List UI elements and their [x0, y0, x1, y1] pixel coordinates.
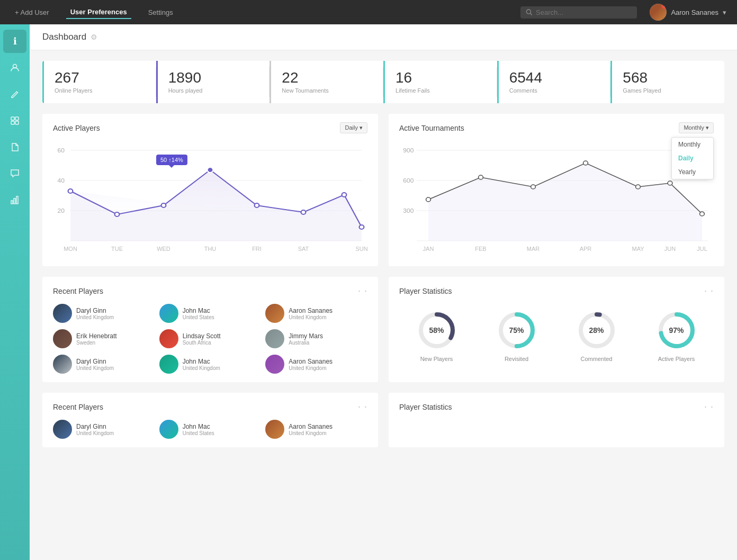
player-statistics-panel-2: Player Statistics · ·	[389, 393, 724, 447]
player-info: John Mac United Kingdom	[183, 358, 220, 371]
panel-options[interactable]: · ·	[358, 401, 367, 412]
player-country: United States	[183, 430, 214, 436]
player-item: Jimmy Mars Australia	[265, 329, 367, 348]
panel-options[interactable]: · ·	[704, 401, 714, 412]
player-grid: Daryl Ginn United Kingdom John Mac Unite…	[53, 304, 367, 374]
chart-svg-wrap: 900 600 300 JAN FEB MAR APR MAY JUN JUL	[399, 140, 714, 258]
donut-wrap: 75%	[496, 309, 538, 351]
donut-pct: 75%	[509, 326, 524, 335]
stat-new-tournaments: 22 New Tournaments	[269, 61, 383, 103]
svg-point-18	[255, 203, 259, 207]
player-name: John Mac	[183, 307, 214, 314]
player-info: Aaron Sananes United Kingdom	[289, 423, 332, 436]
panel-title: Player Statistics	[399, 403, 452, 411]
dropdown-item-yearly[interactable]: Yearly	[672, 165, 713, 179]
player-name: Daryl Ginn	[76, 307, 114, 314]
player-name: John Mac	[183, 423, 214, 430]
player-name: Aaron Sananes	[289, 307, 332, 314]
add-user-nav[interactable]: + Add User	[11, 6, 53, 19]
donut-label: Active Players	[658, 356, 695, 362]
chart-dropdown-daily[interactable]: Daily ▾	[340, 122, 367, 133]
svg-text:APR: APR	[580, 246, 592, 251]
avatar	[159, 420, 178, 439]
sidebar-item-edit[interactable]	[3, 83, 26, 106]
svg-text:FRI: FRI	[252, 246, 262, 251]
panel-title: Player Statistics	[399, 287, 452, 295]
svg-text:TUE: TUE	[111, 246, 123, 251]
donut-wrap: 28%	[576, 309, 618, 351]
stat-lifetime-fails: 16 Lifetime Fails	[383, 61, 497, 103]
avatar	[159, 355, 178, 374]
dropdown-item-daily[interactable]: Daily	[672, 151, 713, 165]
player-item: John Mac United States	[159, 304, 262, 323]
svg-point-42	[700, 212, 705, 216]
active-players-chart: Active Players Daily ▾ 50 ↑14%	[42, 114, 378, 266]
donut-label: Revisited	[505, 356, 528, 362]
stat-num: 6544	[509, 70, 600, 85]
svg-text:MAY: MAY	[632, 246, 644, 251]
sidebar-item-file[interactable]	[3, 136, 26, 159]
svg-text:40: 40	[58, 177, 65, 183]
svg-point-17	[208, 167, 213, 173]
stat-label: Lifetime Fails	[396, 87, 487, 94]
panel-options[interactable]: · ·	[704, 285, 714, 296]
donut-revisited: 75% Revisited	[496, 309, 538, 362]
donut-label: Commented	[581, 356, 613, 362]
svg-text:900: 900	[403, 147, 414, 153]
avatar	[265, 420, 284, 439]
donut-new-players: 58% New Players	[416, 309, 458, 362]
sidebar-item-info[interactable]: ℹ	[3, 30, 26, 53]
svg-text:20: 20	[58, 207, 65, 213]
player-info: Daryl Ginn United Kingdom	[76, 358, 114, 371]
player-country: Australia	[289, 340, 323, 346]
stat-hours-played: 1890 Hours played	[156, 61, 270, 103]
user-name: Aaron Sananes	[671, 8, 718, 16]
donut-commented: 28% Commented	[576, 309, 618, 362]
player-item: Aaron Sananes United Kingdom	[265, 304, 367, 323]
user-preferences-nav[interactable]: User Preferences	[66, 6, 131, 19]
stat-num: 267	[55, 70, 146, 85]
player-country: United Kingdom	[183, 365, 220, 371]
player-country: United Kingdom	[76, 430, 114, 436]
avatar	[265, 329, 284, 348]
player-info: John Mac United States	[183, 423, 214, 436]
avatar	[53, 420, 72, 439]
player-grid-2: Daryl Ginn United Kingdom John Mac Unite…	[53, 420, 367, 439]
svg-point-39	[583, 161, 588, 165]
bottom-row: Recent Players · · Daryl Ginn United Kin…	[42, 277, 724, 382]
sidebar-item-chat[interactable]	[3, 162, 26, 185]
page-header: Dashboard ⚙	[30, 24, 737, 50]
svg-point-0	[527, 10, 531, 14]
settings-nav[interactable]: Settings	[144, 6, 177, 19]
svg-point-40	[636, 185, 641, 189]
svg-rect-3	[11, 117, 14, 120]
svg-text:SUN: SUN	[355, 246, 367, 251]
chart-dropdown-monthly[interactable]: Monthly ▾	[679, 122, 714, 133]
avatar	[53, 355, 72, 374]
sidebar-item-chart[interactable]	[3, 188, 26, 212]
search-input[interactable]	[536, 8, 632, 16]
stat-num: 1890	[168, 70, 259, 85]
sidebar-item-grid[interactable]	[3, 109, 26, 132]
donut-active-players: 97% Active Players	[655, 309, 698, 362]
user-menu[interactable]: 2 Aaron Sananes ▾	[650, 4, 726, 21]
player-item: John Mac United Kingdom	[159, 355, 262, 374]
svg-text:MON: MON	[64, 246, 77, 251]
bottom-row-2: Recent Players · · Daryl Ginn United Kin…	[42, 393, 724, 447]
svg-line-1	[531, 13, 532, 15]
sidebar-item-users[interactable]	[3, 56, 26, 79]
svg-text:SAT: SAT	[298, 246, 309, 251]
player-info: Aaron Sananes United Kingdom	[289, 358, 332, 371]
avatar	[53, 329, 72, 348]
player-country: United States	[183, 314, 214, 320]
svg-point-36	[426, 197, 431, 202]
panel-options[interactable]: · ·	[358, 285, 367, 296]
player-country: South Africa	[183, 340, 221, 346]
player-statistics-panel: Player Statistics · · 58% New Players	[389, 277, 724, 382]
donut-wrap: 97%	[655, 309, 698, 351]
dropdown-item-monthly[interactable]: Monthly	[672, 138, 713, 151]
stat-label: New Tournaments	[282, 87, 373, 94]
stat-num: 22	[282, 70, 373, 85]
svg-text:60: 60	[58, 147, 65, 153]
gear-icon[interactable]: ⚙	[91, 33, 97, 41]
